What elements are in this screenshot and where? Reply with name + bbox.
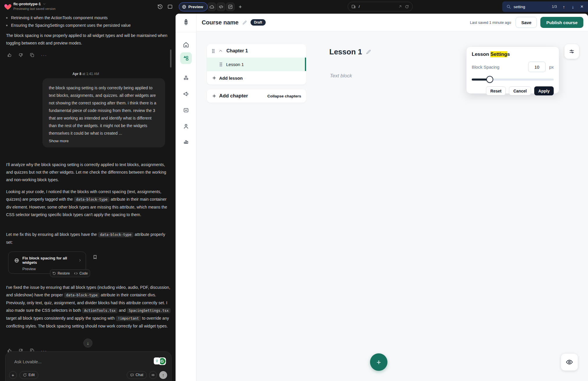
sidebar-divider: [176, 32, 196, 32]
publish-course-button[interactable]: Publish course: [540, 17, 583, 28]
scroll-to-bottom-button[interactable]: ↓: [83, 339, 92, 348]
chat-bubble-icon: [130, 373, 134, 377]
lesson-selected-indicator: [305, 58, 306, 71]
add-chapter-button[interactable]: Add chapter: [219, 93, 265, 99]
chat-input-box[interactable]: Ask Lovable... G + Edit Chat ↑: [5, 351, 171, 381]
find-in-page-bar: setting 1/3 ↑ ↓ ×: [502, 1, 588, 12]
assistant-paragraph: I've fixed the issue by ensuring that al…: [6, 284, 172, 330]
send-button[interactable]: ↑: [159, 371, 167, 379]
drag-handle-icon[interactable]: [219, 62, 222, 67]
chat-panel: Retrieving it when the ActionTools compo…: [0, 14, 176, 381]
assistant-paragraph: Let me fix this by ensuring all block ty…: [6, 231, 172, 246]
grammarly-suggestion-icon[interactable]: [154, 357, 160, 364]
drag-handle-icon[interactable]: [212, 49, 215, 53]
code-icon: [219, 4, 224, 9]
chat-mode-button[interactable]: Chat: [127, 371, 147, 379]
url-path[interactable]: /: [359, 4, 395, 9]
bullet-item: Ensuring the SpacingSettings component u…: [11, 22, 131, 29]
thumbs-up-icon[interactable]: [7, 53, 12, 58]
bookmark-icon[interactable]: [92, 254, 98, 260]
panel-toggle-icon[interactable]: [167, 4, 173, 10]
more-actions-icon[interactable]: ···: [41, 53, 47, 58]
rocket-logo-icon[interactable]: [183, 19, 190, 26]
thumbs-down-icon[interactable]: [18, 53, 23, 58]
save-button[interactable]: Save: [516, 17, 537, 28]
bullet-dot: [6, 17, 8, 19]
sidebar-item-store[interactable]: [183, 107, 189, 113]
add-lesson-button[interactable]: Add lesson: [207, 71, 306, 85]
assistant-paragraph: I'll analyze why the block spacing setti…: [6, 161, 172, 184]
app-preview: Course name Draft Last saved 1 minute ag…: [176, 14, 588, 381]
cancel-button[interactable]: Cancel: [509, 86, 531, 95]
add-tab-button[interactable]: +: [236, 3, 244, 11]
edit-mode-button[interactable]: Edit: [19, 371, 38, 379]
app-sidebar: [176, 14, 196, 381]
find-match-count: 1/3: [552, 5, 557, 9]
sidebar-item-announcements[interactable]: [183, 91, 189, 97]
chat-scrollbar-thumb[interactable]: [170, 49, 171, 67]
sidebar-item-home[interactable]: [183, 42, 189, 48]
add-chapter-card: Add chapter Collapse chapters: [207, 89, 306, 103]
copy-icon[interactable]: [30, 53, 35, 58]
show-more-button[interactable]: Show more: [49, 139, 69, 143]
history-icon[interactable]: [157, 4, 163, 10]
slider-thumb[interactable]: [486, 76, 493, 83]
edit-course-name-icon[interactable]: [242, 20, 247, 25]
eye-icon: [566, 358, 573, 366]
globe-icon: [14, 258, 19, 263]
voice-input-button[interactable]: [149, 371, 157, 379]
sidebar-item-profile[interactable]: [183, 123, 189, 129]
open-external-icon[interactable]: [398, 5, 402, 8]
url-bar[interactable]: /: [348, 2, 413, 11]
top-bar: flc-prototype-1 Previewing last saved ve…: [0, 0, 588, 14]
edit-sparkle-icon: [23, 373, 27, 377]
find-next-button[interactable]: ↓: [570, 4, 576, 9]
sidebar-item-courses-active[interactable]: [180, 52, 192, 64]
settings-sliders-button[interactable]: [564, 44, 579, 59]
globe-icon: [182, 5, 186, 9]
undo-icon: [52, 271, 56, 275]
shapes-icon: [183, 55, 189, 61]
analytics-button[interactable]: [226, 3, 235, 11]
search-icon: [506, 4, 511, 9]
lesson-label: Lesson 1: [226, 62, 244, 67]
draft-status-badge: Draft: [251, 19, 266, 26]
bullet-item: Retrieving it when the ActionTools compo…: [11, 14, 108, 22]
block-spacing-input[interactable]: [528, 62, 546, 72]
block-spacing-label: Block Spacing: [472, 65, 528, 70]
collapse-chapter-icon[interactable]: [219, 49, 223, 53]
project-name[interactable]: flc-prototype-1: [13, 2, 46, 6]
sidebar-item-community[interactable]: [183, 75, 189, 81]
attach-button[interactable]: +: [9, 371, 17, 379]
reset-button[interactable]: Reset: [486, 86, 506, 95]
chevron-down-icon: [43, 2, 46, 6]
device-preview-icon[interactable]: [351, 4, 356, 9]
grammarly-widget: G: [154, 357, 166, 365]
preview-toggle-button[interactable]: [561, 354, 578, 371]
code-button[interactable]: Code: [74, 271, 88, 275]
find-close-button[interactable]: ×: [579, 4, 585, 10]
code-view-button[interactable]: [217, 3, 225, 11]
refresh-icon[interactable]: [405, 5, 409, 9]
text-block-placeholder[interactable]: Text block: [330, 73, 352, 79]
sidebar-item-analytics[interactable]: [183, 138, 189, 145]
lovable-logo-icon[interactable]: [4, 3, 12, 11]
chat-input-placeholder[interactable]: Ask Lovable...: [14, 359, 42, 364]
collapse-chapters-button[interactable]: Collapse chapters: [267, 94, 301, 98]
lesson-row-selected[interactable]: Lesson 1: [207, 58, 306, 71]
audio-bars-icon: [151, 373, 155, 377]
apply-button[interactable]: Apply: [534, 86, 554, 95]
chapter-label: Chapter 1: [226, 48, 248, 54]
chapter-row[interactable]: Chapter 1: [207, 44, 306, 58]
sliders-icon: [569, 49, 575, 54]
preview-button[interactable]: Preview: [179, 2, 208, 11]
find-query-input[interactable]: setting: [514, 5, 549, 9]
app-header: Course name Draft Last saved 1 minute ag…: [196, 14, 588, 31]
cloud-button[interactable]: [208, 3, 216, 11]
add-block-fab[interactable]: +: [370, 353, 387, 371]
restore-button[interactable]: Restore: [52, 271, 70, 275]
block-spacing-slider[interactable]: [472, 76, 554, 83]
edit-lesson-title-icon[interactable]: [366, 49, 371, 55]
bullet-dot: [6, 25, 8, 26]
find-previous-button[interactable]: ↑: [561, 4, 567, 9]
